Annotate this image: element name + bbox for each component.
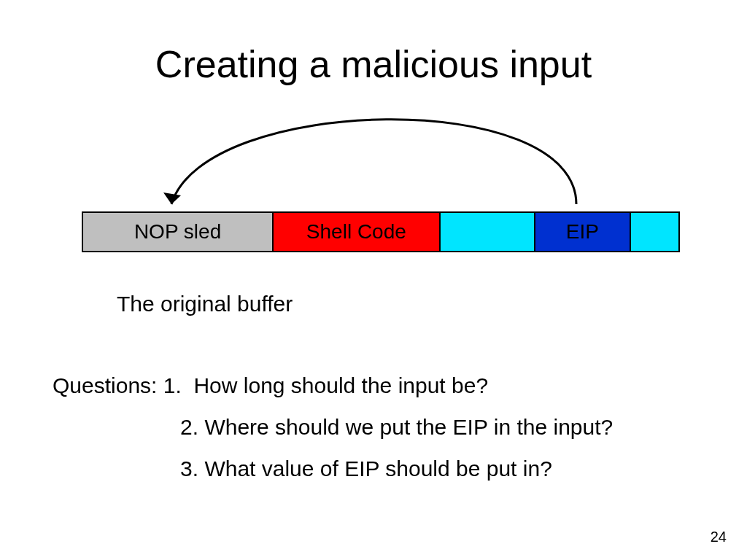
segment-shell-code: Shell Code xyxy=(274,213,440,251)
question-2: 2. Where should we put the EIP in the in… xyxy=(53,406,709,448)
svg-marker-0 xyxy=(163,192,181,204)
segment-nop-sled: NOP sled xyxy=(83,213,274,251)
page-number: 24 xyxy=(711,529,727,545)
segment-eip: EIP xyxy=(535,213,631,251)
questions-label: Questions: xyxy=(53,373,157,397)
question-3: 3. What value of EIP should be put in? xyxy=(53,448,709,489)
questions-block: Questions: 1. How long should the input … xyxy=(53,365,709,489)
pointer-arrow xyxy=(131,109,598,219)
segment-gap-1 xyxy=(441,213,536,251)
segment-gap-2 xyxy=(631,213,678,251)
buffer-caption: The original buffer xyxy=(117,292,293,316)
slide-title: Creating a malicious input xyxy=(0,42,747,86)
buffer-layout: NOP sled Shell Code EIP xyxy=(82,211,680,252)
question-1: Questions: 1. How long should the input … xyxy=(53,365,709,406)
